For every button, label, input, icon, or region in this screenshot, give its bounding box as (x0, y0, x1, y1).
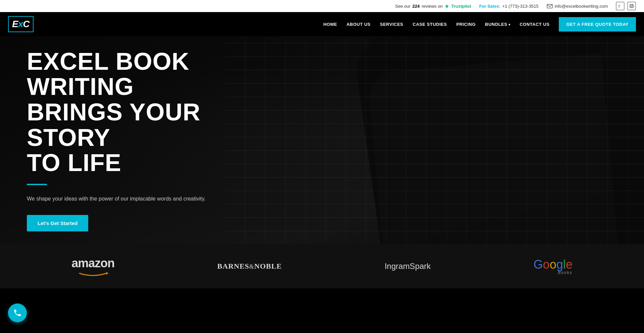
nav-case-studies[interactable]: CASE STUDIES (413, 22, 447, 27)
hero-cta-button[interactable]: Let's Get Started (27, 215, 88, 231)
nav-pricing[interactable]: PRICING (456, 22, 476, 27)
amazon-text: amazon (71, 256, 114, 270)
svg-marker-5 (106, 272, 108, 275)
svg-text:f: f (619, 4, 620, 8)
email-icon (547, 4, 553, 8)
nav-about[interactable]: ABOUT US (346, 22, 371, 27)
reviews-section: See our 224 reviews on ★ Trustpilot (395, 3, 471, 9)
hero-title: EXCEL BOOK WRITING BRINGS YOUR STORY TO … (27, 49, 208, 176)
nav-home[interactable]: HOME (323, 22, 337, 27)
hero-subtitle: We shape your ideas with the power of ou… (27, 195, 208, 203)
partners-bar: amazon BARNES&NOBLE IngramSpark Google B… (0, 244, 644, 288)
google-text: Google (534, 258, 573, 272)
ingram-spark-text: IngramSpark (385, 262, 431, 271)
nav-links: HOME ABOUT US SERVICES CASE STUDIES PRIC… (323, 17, 636, 32)
partner-barnes-noble: BARNES&NOBLE (217, 262, 282, 271)
hero-title-line2: BRINGS YOUR STORY (27, 99, 201, 151)
trustpilot-star-icon: ★ (444, 3, 449, 9)
svg-point-4 (632, 5, 633, 5)
svg-point-3 (631, 5, 633, 7)
reviews-suffix: reviews on (422, 4, 442, 9)
facebook-icon[interactable]: f (616, 2, 625, 10)
partner-amazon: amazon (71, 256, 114, 276)
nav-services[interactable]: SERVICES (380, 22, 404, 27)
hero-decoration (225, 36, 644, 244)
partner-ingram-spark: IngramSpark (385, 262, 431, 271)
hero-title-line1: EXCEL BOOK WRITING (27, 48, 190, 100)
phone-number[interactable]: +1 (773)-313-3515 (502, 4, 539, 9)
hero-divider (27, 184, 47, 185)
amazon-arrow-icon (78, 270, 108, 276)
trustpilot-label: Trustpilot (451, 4, 471, 9)
logo-text: ExC (12, 19, 30, 29)
social-icons: f (616, 2, 636, 10)
for-sales-label: For Sales: (479, 4, 500, 9)
logo[interactable]: ExC (8, 16, 34, 32)
top-bar: See our 224 reviews on ★ Trustpilot For … (0, 0, 644, 12)
partner-google-books: Google Books (534, 258, 573, 275)
nav-cta-button[interactable]: GET A FREE QUOTE TODAY (559, 17, 636, 32)
instagram-icon[interactable] (627, 2, 636, 10)
phone-section: For Sales: +1 (773)-313-3515 (479, 4, 539, 9)
navbar: ExC HOME ABOUT US SERVICES CASE STUDIES … (0, 12, 644, 36)
email-address: info@excelbookwriting.com (555, 4, 608, 9)
reviews-prefix: See our (395, 4, 411, 9)
nav-bundles[interactable]: BUNDLES (485, 22, 510, 27)
nav-contact[interactable]: CONTACT US (520, 22, 549, 27)
hero-title-line3: TO LIFE (27, 149, 121, 176)
barnes-noble-text: BARNES&NOBLE (217, 262, 282, 271)
email-section[interactable]: info@excelbookwriting.com (547, 4, 608, 9)
hero-content: EXCEL BOOK WRITING BRINGS YOUR STORY TO … (0, 49, 235, 232)
hero-section: EXCEL BOOK WRITING BRINGS YOUR STORY TO … (0, 36, 644, 244)
reviews-count: 224 (413, 4, 420, 9)
